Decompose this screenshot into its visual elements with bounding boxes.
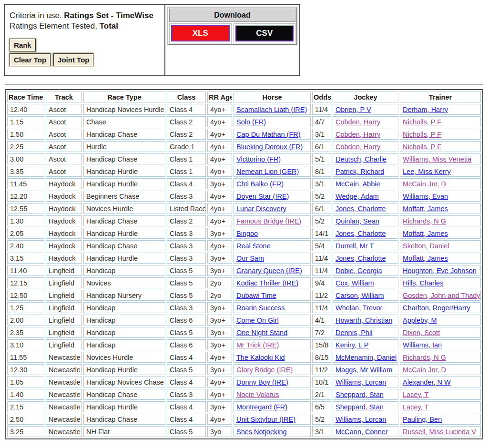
clear-top-button[interactable]: Clear Top [10,53,51,66]
horse-link[interactable]: Lunar Discovery [236,205,286,213]
jockey-link[interactable]: Quinlan, Sean [336,217,379,225]
download-csv-button[interactable]: CSV [235,25,294,41]
trainer-link[interactable]: Moffatt, James [403,205,448,213]
horse-link[interactable]: Nocte Volatus [236,391,279,398]
download-xls-button[interactable]: XLS [171,25,230,41]
trainer-link[interactable]: Williams, Evan [403,193,448,200]
horse-link[interactable]: One Night Stand [236,329,287,336]
horse-link[interactable]: Roarin Success [236,304,285,312]
trainer-link[interactable]: Richards, N G [403,217,446,225]
jockey-link[interactable]: Whelan, Trevor [336,304,382,312]
trainer-link[interactable]: Lacey, T [403,403,428,411]
jockey-link[interactable]: Dennis, Phil [336,329,372,336]
horse-link[interactable]: Bingoo [236,230,258,237]
jockey-link[interactable]: Howarth, Christian [336,316,392,324]
horse-link[interactable]: Mr Trick (IRE) [236,341,279,349]
jockey-link[interactable]: Patrick, Richard [336,168,384,175]
horse-link[interactable]: Real Stone [236,242,271,250]
horse-link[interactable]: Donny Boy (IRE) [236,378,288,386]
jockey-link[interactable]: Dobie, Georgia [336,267,382,275]
jockey-cell: Williams, Lorcan [333,377,398,387]
horse-cell: One Night Stand [234,327,311,338]
trainer-link[interactable]: Nicholls, P F [403,118,441,126]
horse-cell: Come On Girl [234,315,311,326]
jockey-link[interactable]: Williams, Lorcan [336,416,386,423]
jockey-link[interactable]: Jones, Charlotte [336,230,386,237]
jockey-link[interactable]: Cobden, Harry [336,131,380,138]
trainer-link[interactable]: Pauling, Ben [403,416,442,423]
trainer-link[interactable]: Hills, Charles [403,279,443,287]
trainer-link[interactable]: Richards, N G [403,354,446,361]
jockey-link[interactable]: Wedge, Adam [336,193,379,200]
horse-link[interactable]: Come On Girl [236,316,279,324]
race-type-cell: Handicap Hurdle [83,401,165,412]
horse-link[interactable]: Nemean Lion (GER) [236,168,299,175]
trainer-link[interactable]: Lee, Miss Kerry [403,168,451,175]
jockey-link[interactable]: McCain, Abbie [336,180,380,188]
jockey-link[interactable]: Deutsch, Charlie [336,155,386,163]
horse-link[interactable]: Solo (FR) [236,118,266,126]
horse-link[interactable]: Granary Queen (IRE) [236,267,302,275]
horse-link[interactable]: Kodiac Thriller (IRE) [236,279,298,287]
trainer-link[interactable]: Moffatt, James [403,255,448,262]
table-row: 3.10LingfieldHandicapClass 63yo+Mr Trick… [7,339,481,350]
jockey-link[interactable]: Sheppard, Stan [336,403,384,411]
horse-link[interactable]: Doyen Star (IRE) [236,193,289,200]
jockey-link[interactable]: McCann, Conner [336,428,388,436]
race-time-cell: 3.35 [7,166,44,177]
jockey-link[interactable]: Cobden, Harry [336,118,380,126]
jockey-link[interactable]: Maggs, Mr William [336,366,392,374]
trainer-link[interactable]: Alexander, N W [403,378,451,386]
jockey-link[interactable]: Jones, Charlotte [336,205,386,213]
jockey-link[interactable]: Jones, Charlotte [336,255,386,262]
trainer-link[interactable]: Charlton, Roger/Harry [403,304,470,312]
jockey-link[interactable]: Keniry, L P [336,341,368,349]
horse-link[interactable]: Famous Bridge (IRE) [236,217,301,225]
jockey-link[interactable]: Obrien, P V [336,106,371,113]
trainer-link[interactable]: Williams, Miss Venetia [403,155,471,163]
table-row: 12.20HaydockBeginners ChaseClass 34yo+Do… [7,191,481,202]
trainer-link[interactable]: Williams, Ian [403,341,442,349]
trainer-link[interactable]: Derham, Harry [403,106,448,113]
horse-cell: Famous Bridge (IRE) [234,215,311,226]
joint-top-button[interactable]: Joint Top [53,53,93,66]
horse-link[interactable]: Shes Notjoeking [236,428,287,436]
trainer-link[interactable]: McCain Jnr, D [403,366,446,374]
jockey-cell: Cobden, Harry [333,141,398,152]
horse-link[interactable]: Montregard (FR) [236,403,287,411]
horse-link[interactable]: Unit Sixtyfour (IRE) [236,416,295,423]
trainer-link[interactable]: McCain Jnr, D [403,180,446,188]
horse-link[interactable]: Blueking Doroux (FR) [236,143,303,151]
horse-cell: Nemean Lion (GER) [234,166,311,177]
rank-button[interactable]: Rank [10,39,36,51]
trainer-link[interactable]: Lacey, T [403,391,428,398]
horse-link[interactable]: Scamallach Liath (IRE) [236,106,307,113]
horse-link[interactable]: Our Sam [236,255,264,262]
jockey-link[interactable]: Sheppard, Stan [336,391,384,398]
trainer-link[interactable]: Gosden, John and Thady [403,292,480,299]
jockey-link[interactable]: Cox, William [336,279,374,287]
horse-link[interactable]: Glory Bridge (IRE) [236,366,293,374]
trainer-link[interactable]: Russell, Miss Lucinda V [403,428,476,436]
horse-link[interactable]: The Kalooki Kid [236,354,285,361]
jockey-link[interactable]: Williams, Lorcan [336,378,386,386]
jockey-link[interactable]: Cobden, Harry [336,143,380,151]
trainer-link[interactable]: Houghton, Eve Johnson [403,267,477,275]
jockey-link[interactable]: Durrell, Mr T [336,242,374,250]
horse-link[interactable]: Dubawi Time [236,292,276,299]
horse-link[interactable]: Chti Balko (FR) [236,180,284,188]
horse-link[interactable]: Cap Du Mathan (FR) [236,131,301,138]
race-type-cell: Handicap Hurdle [83,364,165,375]
trainer-link[interactable]: Skelton, Daniel [403,242,449,250]
trainer-link[interactable]: Appleby, M [403,316,437,324]
trainer-link[interactable]: Nicholls, P F [403,143,441,151]
trainer-link[interactable]: Dixon, Scott [403,329,440,336]
jockey-cell: Jones, Charlotte [333,203,398,214]
trainer-link[interactable]: Moffatt, James [403,230,448,237]
horse-link[interactable]: Victtorino (FR) [236,155,281,163]
rr-age-cell: 3yo+ [207,228,232,239]
trainer-link[interactable]: Nicholls, P F [403,131,441,138]
jockey-cell: Quinlan, Sean [333,215,398,226]
jockey-link[interactable]: McMenamin, Daniel [336,354,396,361]
jockey-link[interactable]: Carson, William [336,292,384,299]
